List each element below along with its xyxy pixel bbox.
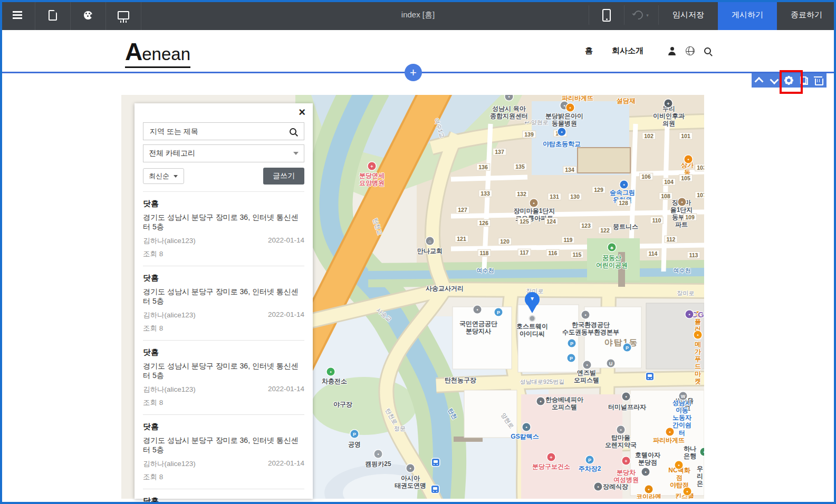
board-panel: × 전체 카테고리 최신순 글쓰기 닷홈경기도 성남시 분당구 장미로 36, … [134,103,313,499]
publish-button[interactable]: 게시하기 [718,0,777,30]
chevron-down-icon [293,152,299,158]
delete-button[interactable] [813,74,825,87]
post-meta: 김하나(alice123)2022-01-14 [143,459,304,469]
undo-button[interactable]: ▾ [624,0,658,30]
search-icon[interactable] [290,128,296,135]
move-up-button[interactable] [753,74,765,87]
nav-home[interactable]: 홈 [585,46,593,56]
nav-about[interactable]: 회사소개 [612,46,643,56]
trash-icon [815,79,823,85]
post-title: 닷홈 [143,347,304,357]
temp-save-button[interactable]: 임시저장 [659,0,718,30]
globe-icon[interactable] [686,46,695,55]
write-post-button[interactable]: 글쓰기 [263,168,304,185]
post-address: 경기도 성남시 분당구 장미로 36, 인터넷 통신센터 5층 [143,362,304,381]
chevron-up-icon [755,76,764,85]
post-author: 김하나(alice123) [143,311,196,320]
page-icon [49,10,57,21]
post-views: 조회 8 [143,249,304,259]
preview-button[interactable] [106,0,141,30]
post-date: 2022-01-14 [268,459,304,469]
category-select[interactable]: 전체 카테고리 [143,144,304,162]
palette-icon [84,11,92,20]
duplicate-button[interactable] [797,74,810,87]
settings-button[interactable] [783,74,795,87]
post-author: 김하나(alice123) [143,385,196,394]
post-title: 닷홈 [143,273,304,283]
sort-dropdown[interactable]: 최신순 [143,168,184,184]
theme-button[interactable] [71,0,106,30]
post-item[interactable]: 닷홈경기도 성남시 분당구 장미로 36, 인터넷 통신센터 5층김하나(ali… [143,341,304,415]
post-title: 닷홈 [143,496,304,504]
bus-stop-icon [646,373,654,380]
search-icon[interactable] [704,47,711,54]
editor-toolbar: index [홈] ▾ 임시저장 게시하기 종료하기 [0,0,836,30]
post-views: 조회 8 [143,324,304,333]
menu-button[interactable] [0,0,35,30]
post-address: 경기도 성남시 분당구 장미로 36, 인터넷 통신센터 5층 [143,436,304,455]
user-icon[interactable] [668,47,676,55]
caret-down-icon [174,175,178,180]
post-item[interactable]: 닷홈경기도 성남시 분당구 장미로 36, 인터넷 통신센터 5층김하나(ali… [143,489,304,504]
post-views: 조회 8 [143,398,304,408]
close-icon[interactable]: × [299,106,305,118]
search-input[interactable] [149,127,290,136]
post-date: 2022-01-14 [268,385,304,394]
mobile-view-button[interactable] [589,0,624,30]
exit-button[interactable]: 종료하기 [777,0,836,30]
post-meta: 김하나(alice123)2022-01-14 [143,236,304,246]
gear-icon [784,76,793,85]
post-title: 닷홈 [143,199,304,209]
editor-window: index [홈] ▾ 임시저장 게시하기 종료하기 Aenean 홈 회사소개 [0,0,836,504]
post-list: 닷홈경기도 성남시 분당구 장미로 36, 인터넷 통신센터 5층김하나(ali… [143,191,304,504]
copy-icon [800,76,808,85]
post-meta: 김하나(alice123)2022-01-14 [143,385,304,394]
post-date: 2022-01-14 [268,236,304,246]
chevron-down-icon: ▾ [646,13,649,18]
mobile-icon [602,9,611,22]
search-box [143,122,304,140]
logo-initial: A [125,38,142,65]
add-section-button[interactable]: + [405,64,422,81]
post-views: 조회 8 [143,472,304,482]
undo-icon [632,9,645,22]
post-item[interactable]: 닷홈경기도 성남시 분당구 장미로 36, 인터넷 통신센터 5층김하나(ali… [143,192,304,266]
bus-stop-icon [432,459,439,466]
site-logo[interactable]: Aenean [125,37,190,68]
move-down-button[interactable] [768,74,781,87]
post-item[interactable]: 닷홈경기도 성남시 분당구 장미로 36, 인터넷 통신센터 5층김하나(ali… [143,415,304,489]
pages-button[interactable] [35,0,71,30]
post-author: 김하나(alice123) [143,459,196,469]
post-title: 닷홈 [143,422,304,432]
post-address: 경기도 성남시 분당구 장미로 36, 인터넷 통신센터 5층 [143,213,304,232]
chevron-down-icon [770,75,779,84]
sort-value: 최신순 [149,171,169,181]
monitor-icon [118,11,129,20]
site-nav: 홈 회사소개 [585,30,711,72]
post-address: 경기도 성남시 분당구 장미로 36, 인터넷 통신센터 5층 [143,287,304,306]
post-author: 김하나(alice123) [143,236,196,246]
map-marker-pin[interactable]: ▾ [524,292,540,316]
post-date: 2022-01-14 [268,311,304,320]
post-meta: 김하나(alice123)2022-01-14 [143,311,304,320]
post-item[interactable]: 닷홈경기도 성남시 분당구 장미로 36, 인터넷 통신센터 5층김하나(ali… [143,266,304,341]
hamburger-icon [13,11,22,13]
widget-controls [752,73,827,88]
bus-stop-icon [431,486,439,493]
category-value: 전체 카테고리 [149,149,195,158]
logo-rest: enean [142,44,190,64]
